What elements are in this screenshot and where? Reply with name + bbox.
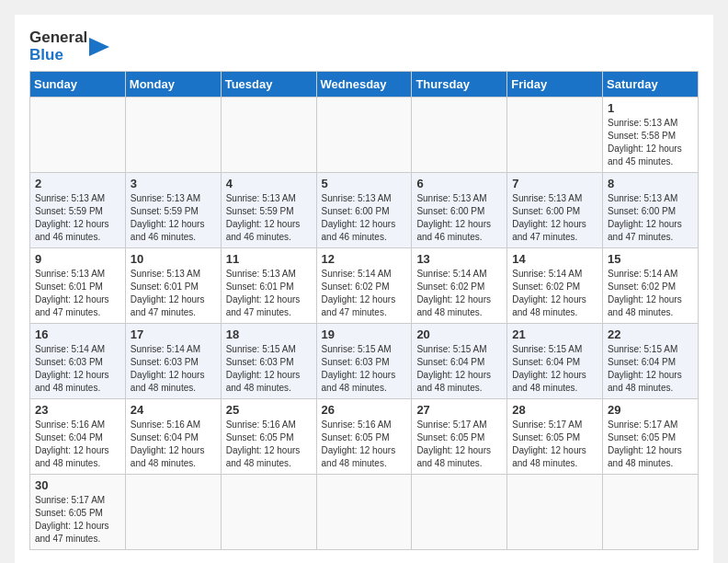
- calendar-cell: [412, 475, 507, 550]
- day-info: Sunrise: 5:13 AM Sunset: 5:59 PM Dayligh…: [35, 192, 120, 244]
- day-number: 19: [322, 327, 407, 341]
- col-header-sunday: Sunday: [30, 72, 126, 98]
- day-info: Sunrise: 5:16 AM Sunset: 6:04 PM Dayligh…: [35, 419, 120, 470]
- day-number: 20: [416, 327, 502, 341]
- day-info: Sunrise: 5:13 AM Sunset: 6:01 PM Dayligh…: [226, 268, 312, 319]
- day-number: 12: [322, 252, 407, 266]
- calendar-cell: 25Sunrise: 5:16 AM Sunset: 6:05 PM Dayli…: [221, 399, 316, 475]
- calendar-cell: 21Sunrise: 5:15 AM Sunset: 6:04 PM Dayli…: [507, 324, 603, 399]
- day-number: 17: [131, 327, 216, 341]
- day-info: Sunrise: 5:17 AM Sunset: 6:05 PM Dayligh…: [35, 494, 120, 546]
- day-info: Sunrise: 5:13 AM Sunset: 6:01 PM Dayligh…: [35, 268, 120, 319]
- day-number: 26: [322, 403, 407, 417]
- day-number: 28: [512, 403, 597, 417]
- day-info: Sunrise: 5:15 AM Sunset: 6:04 PM Dayligh…: [512, 343, 597, 395]
- week-row: 1Sunrise: 5:13 AM Sunset: 5:58 PM Daylig…: [30, 98, 699, 173]
- day-info: Sunrise: 5:14 AM Sunset: 6:02 PM Dayligh…: [322, 268, 407, 319]
- calendar-cell: [30, 98, 126, 173]
- col-header-thursday: Thursday: [412, 72, 507, 98]
- day-info: Sunrise: 5:13 AM Sunset: 6:00 PM Dayligh…: [608, 192, 693, 244]
- calendar-cell: 2Sunrise: 5:13 AM Sunset: 5:59 PM Daylig…: [30, 173, 126, 248]
- calendar-table: SundayMondayTuesdayWednesdayThursdayFrid…: [29, 71, 699, 550]
- day-info: Sunrise: 5:13 AM Sunset: 5:59 PM Dayligh…: [226, 192, 312, 244]
- header: General Blue: [29, 29, 699, 63]
- week-row: 23Sunrise: 5:16 AM Sunset: 6:04 PM Dayli…: [30, 399, 699, 475]
- calendar-cell: 18Sunrise: 5:15 AM Sunset: 6:03 PM Dayli…: [221, 324, 316, 399]
- day-number: 9: [35, 252, 120, 266]
- day-number: 13: [416, 252, 502, 266]
- calendar-cell: 22Sunrise: 5:15 AM Sunset: 6:04 PM Dayli…: [603, 324, 699, 399]
- day-info: Sunrise: 5:17 AM Sunset: 6:05 PM Dayligh…: [416, 419, 502, 470]
- calendar-cell: [125, 475, 221, 550]
- calendar-cell: 24Sunrise: 5:16 AM Sunset: 6:04 PM Dayli…: [125, 399, 221, 475]
- week-row: 2Sunrise: 5:13 AM Sunset: 5:59 PM Daylig…: [30, 173, 699, 248]
- calendar-cell: [507, 98, 603, 173]
- calendar-cell: [221, 98, 316, 173]
- week-row: 16Sunrise: 5:14 AM Sunset: 6:03 PM Dayli…: [30, 324, 699, 399]
- calendar-cell: 16Sunrise: 5:14 AM Sunset: 6:03 PM Dayli…: [30, 324, 126, 399]
- day-info: Sunrise: 5:14 AM Sunset: 6:03 PM Dayligh…: [131, 343, 216, 395]
- calendar-cell: 28Sunrise: 5:17 AM Sunset: 6:05 PM Dayli…: [507, 399, 603, 475]
- calendar-cell: [316, 98, 412, 173]
- day-number: 18: [226, 327, 312, 341]
- day-number: 3: [131, 177, 216, 190]
- logo: General Blue: [29, 29, 109, 63]
- logo-triangle-icon: [89, 38, 109, 56]
- col-header-saturday: Saturday: [603, 72, 699, 98]
- day-number: 25: [226, 403, 312, 417]
- calendar-cell: 15Sunrise: 5:14 AM Sunset: 6:02 PM Dayli…: [603, 248, 699, 324]
- col-header-monday: Monday: [125, 72, 221, 98]
- calendar-cell: 14Sunrise: 5:14 AM Sunset: 6:02 PM Dayli…: [507, 248, 603, 324]
- calendar-cell: 19Sunrise: 5:15 AM Sunset: 6:03 PM Dayli…: [316, 324, 412, 399]
- calendar-cell: [507, 475, 603, 550]
- day-number: 22: [608, 327, 693, 341]
- day-number: 11: [226, 252, 312, 266]
- day-info: Sunrise: 5:14 AM Sunset: 6:02 PM Dayligh…: [512, 268, 597, 319]
- calendar-cell: [316, 475, 412, 550]
- col-header-tuesday: Tuesday: [221, 72, 316, 98]
- day-info: Sunrise: 5:15 AM Sunset: 6:04 PM Dayligh…: [608, 343, 693, 395]
- header-row: SundayMondayTuesdayWednesdayThursdayFrid…: [30, 72, 699, 98]
- day-info: Sunrise: 5:15 AM Sunset: 6:04 PM Dayligh…: [416, 343, 502, 395]
- day-info: Sunrise: 5:13 AM Sunset: 5:58 PM Dayligh…: [608, 117, 693, 168]
- day-number: 5: [322, 177, 407, 190]
- calendar-page: General Blue SundayMondayTuesdayWednesda…: [15, 15, 713, 563]
- day-info: Sunrise: 5:15 AM Sunset: 6:03 PM Dayligh…: [322, 343, 407, 395]
- day-number: 1: [608, 101, 693, 115]
- calendar-cell: 9Sunrise: 5:13 AM Sunset: 6:01 PM Daylig…: [30, 248, 126, 324]
- calendar-cell: 6Sunrise: 5:13 AM Sunset: 6:00 PM Daylig…: [412, 173, 507, 248]
- day-info: Sunrise: 5:17 AM Sunset: 6:05 PM Dayligh…: [608, 419, 693, 470]
- week-row: 30Sunrise: 5:17 AM Sunset: 6:05 PM Dayli…: [30, 475, 699, 550]
- day-info: Sunrise: 5:16 AM Sunset: 6:05 PM Dayligh…: [226, 419, 312, 470]
- logo-text-blue: Blue: [29, 47, 87, 64]
- day-info: Sunrise: 5:13 AM Sunset: 6:01 PM Dayligh…: [131, 268, 216, 319]
- calendar-cell: [412, 98, 507, 173]
- day-info: Sunrise: 5:13 AM Sunset: 6:00 PM Dayligh…: [322, 192, 407, 244]
- day-number: 23: [35, 403, 120, 417]
- day-info: Sunrise: 5:13 AM Sunset: 5:59 PM Dayligh…: [131, 192, 216, 244]
- day-number: 7: [512, 177, 597, 190]
- day-info: Sunrise: 5:16 AM Sunset: 6:05 PM Dayligh…: [322, 419, 407, 470]
- day-number: 4: [226, 177, 312, 190]
- day-number: 14: [512, 252, 597, 266]
- calendar-cell: 13Sunrise: 5:14 AM Sunset: 6:02 PM Dayli…: [412, 248, 507, 324]
- calendar-cell: [125, 98, 221, 173]
- day-info: Sunrise: 5:14 AM Sunset: 6:03 PM Dayligh…: [35, 343, 120, 395]
- calendar-cell: 10Sunrise: 5:13 AM Sunset: 6:01 PM Dayli…: [125, 248, 221, 324]
- day-info: Sunrise: 5:13 AM Sunset: 6:00 PM Dayligh…: [512, 192, 597, 244]
- day-info: Sunrise: 5:14 AM Sunset: 6:02 PM Dayligh…: [416, 268, 502, 319]
- day-number: 30: [35, 478, 120, 492]
- day-info: Sunrise: 5:17 AM Sunset: 6:05 PM Dayligh…: [512, 419, 597, 470]
- logo-text-general: General: [29, 29, 87, 47]
- calendar-cell: 5Sunrise: 5:13 AM Sunset: 6:00 PM Daylig…: [316, 173, 412, 248]
- day-info: Sunrise: 5:13 AM Sunset: 6:00 PM Dayligh…: [416, 192, 502, 244]
- week-row: 9Sunrise: 5:13 AM Sunset: 6:01 PM Daylig…: [30, 248, 699, 324]
- calendar-cell: 8Sunrise: 5:13 AM Sunset: 6:00 PM Daylig…: [603, 173, 699, 248]
- day-info: Sunrise: 5:14 AM Sunset: 6:02 PM Dayligh…: [608, 268, 693, 319]
- calendar-cell: 29Sunrise: 5:17 AM Sunset: 6:05 PM Dayli…: [603, 399, 699, 475]
- day-info: Sunrise: 5:16 AM Sunset: 6:04 PM Dayligh…: [131, 419, 216, 470]
- day-number: 24: [131, 403, 216, 417]
- calendar-cell: 20Sunrise: 5:15 AM Sunset: 6:04 PM Dayli…: [412, 324, 507, 399]
- calendar-cell: 30Sunrise: 5:17 AM Sunset: 6:05 PM Dayli…: [30, 475, 126, 550]
- svg-marker-0: [89, 38, 109, 56]
